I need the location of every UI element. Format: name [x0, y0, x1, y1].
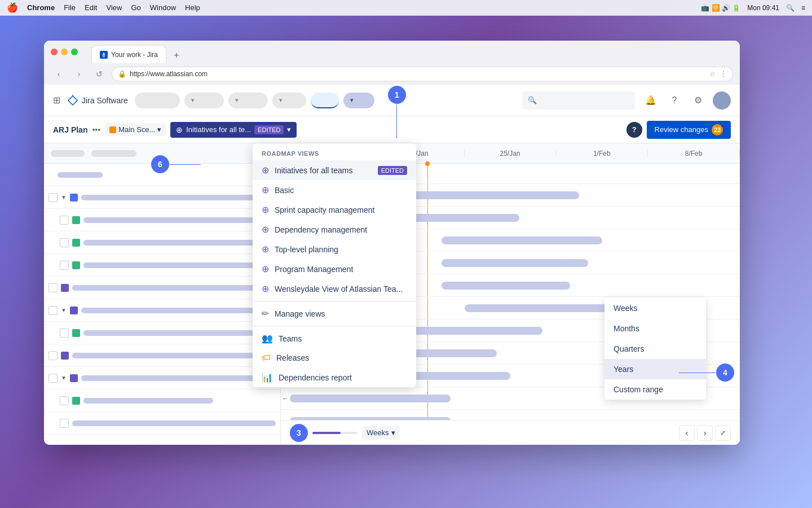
row-checkbox[interactable] — [48, 193, 58, 202]
plan-options-button[interactable]: ••• — [92, 125, 100, 134]
control-center-icon[interactable]: ≡ — [801, 4, 805, 12]
address-bar[interactable]: 🔒 https://www.atlassian.com ☆ ⋮ — [112, 67, 733, 81]
header-nav: ▾ ▾ ▾ ▾ — [135, 93, 374, 108]
plan-help-button[interactable]: ? — [626, 122, 642, 138]
forward-button[interactable]: › — [71, 66, 87, 82]
lock-icon: 🔒 — [118, 70, 126, 78]
menu-file[interactable]: File — [64, 3, 76, 12]
time-option-custom[interactable]: Custom range — [604, 379, 706, 400]
apple-menu[interactable]: 🍎 — [7, 2, 18, 13]
menu-window[interactable]: Window — [150, 3, 176, 12]
nav-prev-button[interactable]: ‹ — [679, 425, 695, 441]
dropdown-item-teams[interactable]: 👥 Teams — [253, 329, 416, 348]
row-checkbox-10[interactable] — [60, 396, 69, 405]
search-bar[interactable]: 🔍 — [522, 91, 635, 110]
reload-button[interactable]: ↺ — [91, 66, 107, 82]
list-row-2 — [44, 209, 280, 231]
chart-bar-5 — [442, 282, 570, 290]
more-icon[interactable]: ⋮ — [720, 70, 727, 78]
zoom-slider-fill — [312, 432, 341, 434]
nav-pill-3[interactable]: ▾ — [228, 93, 268, 108]
time-option-quarters[interactable]: Quarters — [604, 339, 706, 359]
time-option-years[interactable]: Years — [604, 359, 706, 379]
notification-icon[interactable]: 🔔 — [642, 91, 660, 110]
menu-edit[interactable]: Edit — [85, 3, 97, 12]
new-tab-button[interactable]: + — [169, 47, 184, 63]
row-label-bar-3 — [83, 240, 276, 246]
list-row-10 — [44, 389, 280, 412]
minimize-button[interactable] — [61, 49, 68, 55]
row-expand-icon[interactable]: ▼ — [61, 194, 67, 200]
browser-tab-active[interactable]: Your work - Jira — [91, 45, 166, 63]
dropdown-item-dependencies-report[interactable]: 📊 Dependencies report — [253, 367, 416, 387]
view-icon-wensleydale: ⊕ — [262, 283, 269, 294]
date-25jan: 25/Jan — [465, 150, 557, 157]
team-icon: 👥 — [262, 333, 273, 344]
menu-go[interactable]: Go — [131, 3, 140, 12]
dropdown-item-basic[interactable]: ⊕ Basic — [253, 180, 416, 200]
time-option-weeks[interactable]: Weeks — [604, 298, 706, 318]
mac-menubar: 🍎 Chrome File Edit View Go Window Help 📺… — [0, 0, 812, 16]
menu-help[interactable]: Help — [185, 3, 200, 12]
dropdown-item-initiatives[interactable]: ⊕ Initiatives for all teams EDITED — [253, 160, 416, 180]
review-changes-button[interactable]: Review changes 23 — [647, 121, 731, 139]
nav-pill-5[interactable]: ▾ — [343, 93, 374, 108]
dropdown-label-initiatives: Initiatives for all teams — [275, 166, 372, 175]
scene-name: Main Sce... — [118, 125, 155, 134]
menu-view[interactable]: View — [106, 3, 122, 12]
nav-next-button[interactable]: › — [697, 425, 713, 441]
nav-pill-4[interactable]: ▾ — [272, 93, 306, 108]
bookmark-icon[interactable]: ☆ — [709, 70, 716, 78]
row-label-bar-11 — [72, 421, 276, 426]
weeks-selector[interactable]: Weeks ▾ — [362, 426, 400, 439]
scene-color-indicator — [109, 126, 116, 133]
row-checkbox-9[interactable] — [48, 374, 58, 383]
fullscreen-button[interactable]: ⤢ — [715, 425, 731, 441]
dropdown-label-manage-views: Manage views — [275, 309, 407, 318]
app-name[interactable]: Chrome — [27, 3, 55, 12]
row-checkbox-4[interactable] — [60, 261, 69, 270]
nav-pill-highlighted[interactable] — [311, 93, 339, 108]
row-checkbox-2[interactable] — [60, 216, 69, 225]
scene-selector[interactable]: Main Sce... ▾ — [105, 123, 166, 136]
help-icon[interactable]: ? — [665, 91, 683, 110]
row-checkbox-11[interactable] — [60, 419, 69, 428]
dropdown-item-program[interactable]: ⊕ Program Management — [253, 259, 416, 279]
maximize-button[interactable] — [71, 49, 78, 55]
row-checkbox-7[interactable] — [60, 329, 69, 338]
list-row-5 — [44, 277, 280, 299]
nav-pill-2[interactable]: ▾ — [184, 93, 224, 108]
row-label-bar-10 — [83, 398, 213, 404]
dropdown-item-toplevel[interactable]: ⊕ Top-level planning — [253, 239, 416, 259]
view-icon: ⊕ — [176, 125, 183, 134]
time-option-months[interactable]: Months — [604, 318, 706, 339]
row-checkbox-3[interactable] — [60, 238, 69, 247]
view-chevron: ▾ — [287, 125, 291, 134]
list-row-9: ▼ — [44, 367, 280, 389]
search-icon[interactable]: 🔍 — [786, 4, 795, 12]
user-avatar[interactable] — [713, 91, 731, 110]
apps-grid-icon[interactable]: ⊞ — [53, 95, 60, 106]
dropdown-item-releases[interactable]: 🏷 Releases — [253, 348, 416, 367]
pencil-icon: ✏ — [262, 308, 269, 319]
tab-bar: Your work - Jira + — [91, 41, 184, 63]
dropdown-item-sprint[interactable]: ⊕ Sprint capacity management — [253, 200, 416, 220]
tab-favicon — [100, 51, 108, 59]
list-row-11 — [44, 412, 280, 435]
zoom-slider-track[interactable] — [312, 432, 358, 434]
settings-icon[interactable]: ⚙ — [689, 91, 707, 110]
close-button[interactable] — [51, 49, 58, 55]
plan-bar: ARJ Plan ••• Main Sce... ▾ ⊕ Initiatives… — [44, 116, 740, 143]
list-header-bar2 — [91, 150, 136, 157]
view-selector[interactable]: ⊕ Initiatives for all te... EDITED ▾ — [170, 122, 297, 138]
row-checkbox-6[interactable] — [48, 306, 58, 315]
dropdown-item-wensleydale[interactable]: ⊕ Wensleydale View of Atlassian Tea... — [253, 279, 416, 299]
row-expand-icon-2[interactable]: ▼ — [61, 307, 67, 313]
row-checkbox-5[interactable] — [48, 283, 58, 292]
back-button[interactable]: ‹ — [51, 66, 67, 82]
row-checkbox-8[interactable] — [48, 351, 58, 360]
dropdown-item-dependency[interactable]: ⊕ Dependency management — [253, 220, 416, 239]
nav-pill-1[interactable] — [135, 93, 180, 108]
dropdown-item-manage-views[interactable]: ✏ Manage views — [253, 304, 416, 323]
row-expand-icon-3[interactable]: ▼ — [61, 375, 67, 381]
